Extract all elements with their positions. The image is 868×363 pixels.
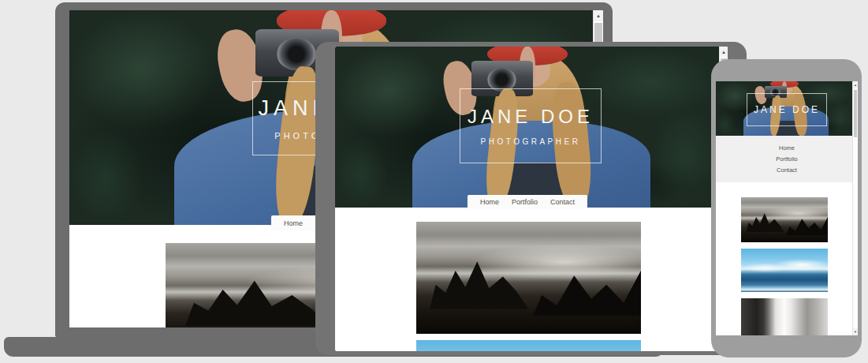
hero-banner: JANE DOE PHOTOGRAPHER — [716, 81, 853, 136]
nav-item-portfolio[interactable]: Portfolio — [505, 198, 544, 206]
waterfall-photo[interactable] — [741, 298, 828, 335]
nav-item-home[interactable]: Home — [474, 198, 505, 206]
scroll-up-icon[interactable]: ▲ — [720, 47, 728, 57]
rocky-seascape-photo[interactable] — [416, 222, 641, 334]
site-subtitle: PHOTOGRAPHER — [481, 137, 581, 146]
nav-item-home[interactable]: Home — [278, 219, 309, 227]
nav-item-contact[interactable]: Contact — [777, 167, 797, 174]
nav-item-contact[interactable]: Contact — [544, 198, 581, 206]
site-title-box: JANE DOE PHOTOGRAPHER — [747, 93, 827, 126]
nav-item-portfolio[interactable]: Portfolio — [776, 155, 798, 163]
rocky-seascape-photo[interactable] — [741, 197, 828, 242]
scroll-up-icon[interactable]: ▲ — [853, 81, 858, 88]
nav-item-home[interactable]: Home — [779, 144, 795, 152]
scroll-down-icon[interactable]: ▼ — [853, 328, 858, 335]
phone-scrollbar[interactable]: ▲ ▼ — [852, 81, 858, 335]
main-nav: Home Portfolio Contact — [468, 195, 587, 209]
phone-screen: JANE DOE PHOTOGRAPHER Home Portfolio Con… — [716, 81, 858, 335]
scroll-up-icon[interactable]: ▲ — [594, 10, 603, 21]
ocean-horizon-photo[interactable] — [416, 340, 641, 351]
camera-lens-shape — [277, 38, 317, 70]
main-nav: Home Portfolio Contact — [716, 136, 858, 182]
scrollbar-thumb[interactable] — [854, 90, 857, 137]
ocean-horizon-photo[interactable] — [741, 249, 828, 292]
hero-banner: JANE DOE PHOTOGRAPHER — [335, 47, 720, 208]
tablet-device-frame: JANE DOE PHOTOGRAPHER Home Portfolio Con… — [315, 42, 747, 355]
site-title: JANE DOE — [754, 104, 820, 115]
phone-device-frame: JANE DOE PHOTOGRAPHER Home Portfolio Con… — [711, 59, 862, 357]
site-title-box: JANE DOE PHOTOGRAPHER — [460, 88, 602, 163]
tablet-screen: JANE DOE PHOTOGRAPHER Home Portfolio Con… — [335, 47, 728, 351]
site-title: JANE DOE — [468, 106, 594, 128]
responsive-preview-stage: JANE DOE PHOTOGRAPHER Home Portfolio Con… — [0, 0, 868, 363]
